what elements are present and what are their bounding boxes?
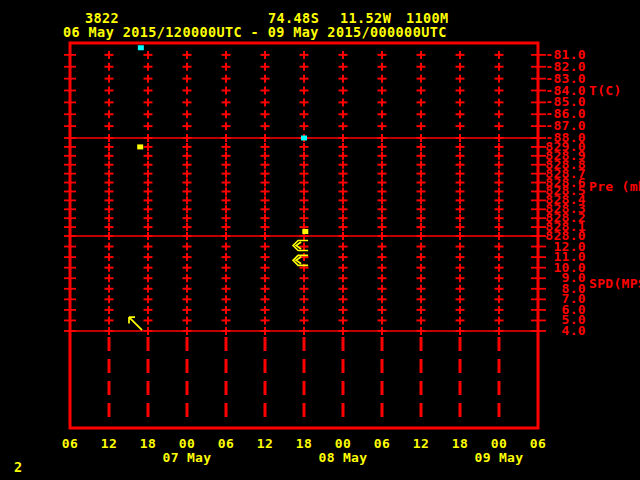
hour-label: 00 [335,436,351,451]
hour-label: 12 [101,436,117,451]
hour-label: 06 [62,436,78,451]
axis-tick-label: 4.0 [562,323,586,338]
hour-label: 18 [296,436,312,451]
meteogram-screen: 3822 74.48S 11.52W 1100M 06 May 2015/120… [0,0,640,480]
plot-area: -81.0-82.0-83.0-84.0-85.0-86.0-87.0-88.0… [0,0,640,480]
hour-label: 12 [413,436,429,451]
day-label: 07 May [163,450,212,465]
data-marker-square [137,144,143,149]
axis-unit-label: T(C) [589,83,622,98]
axis-unit-label: Pre (mb) [589,179,640,194]
wind-arrow-left-chevron [296,257,301,264]
hour-label: 18 [140,436,156,451]
hour-label: 06 [218,436,234,451]
data-marker-square [302,229,308,234]
hour-label: 00 [491,436,507,451]
wind-arrow-northwest [129,317,142,330]
axis-unit-label: SPD(MPS) [589,276,640,291]
hour-label: 18 [452,436,468,451]
day-label: 08 May [319,450,368,465]
page-number: 2 [14,459,23,475]
data-marker-square [301,136,307,141]
hour-label: 00 [179,436,195,451]
hour-label: 06 [530,436,546,451]
day-label: 09 May [475,450,524,465]
wind-arrow-left-chevron [296,242,301,249]
data-marker-square [138,45,144,50]
hour-label: 06 [374,436,390,451]
hour-label: 12 [257,436,273,451]
